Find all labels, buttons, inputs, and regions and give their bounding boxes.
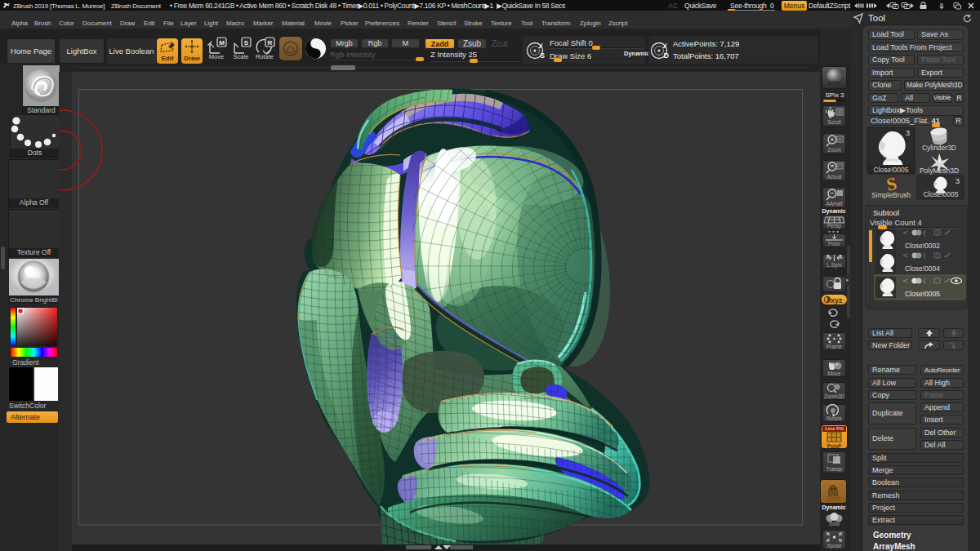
svg-text:D: D (664, 51, 670, 60)
svg-text:Close!0005: Close!0005 (923, 190, 958, 198)
svg-text:R: R (268, 39, 273, 47)
svg-text:Frame: Frame (826, 344, 842, 349)
svg-text:Draw: Draw (184, 55, 200, 62)
svg-text:Cylinder3D: Cylinder3D (922, 144, 956, 152)
svg-text:Close!0002: Close!0002 (905, 242, 940, 250)
svg-text:Close!0004: Close!0004 (905, 264, 940, 273)
svg-text:Ghost: Ghost (826, 495, 841, 501)
svg-text:Xpose: Xpose (826, 543, 842, 549)
svg-text:xyz: xyz (831, 296, 843, 304)
svg-text:BPR: BPR (828, 80, 840, 86)
svg-text:Move: Move (828, 371, 841, 376)
svg-text:Close!0005: Close!0005 (905, 290, 940, 298)
svg-text:Rotate: Rotate (826, 415, 843, 421)
svg-text:Solo: Solo (829, 521, 840, 527)
svg-text:Zoom: Zoom (827, 147, 841, 153)
svg-text:PolyF: PolyF (827, 443, 842, 449)
svg-text:Zoom3D: Zoom3D (824, 393, 844, 399)
svg-text:L.Sym: L.Sym (826, 262, 841, 269)
svg-text:Transp: Transp (826, 466, 843, 473)
svg-text:S: S (540, 51, 545, 60)
svg-text:M: M (219, 39, 225, 47)
svg-text:Edit: Edit (161, 55, 173, 62)
svg-text:Close!0005: Close!0005 (873, 166, 908, 174)
svg-text:S: S (244, 39, 249, 47)
svg-text:AAHalf: AAHalf (826, 201, 842, 207)
svg-text:Floor: Floor (828, 241, 841, 247)
svg-text:SimpleBrush: SimpleBrush (871, 191, 911, 199)
svg-text:3: 3 (956, 177, 960, 185)
svg-text:3: 3 (906, 129, 910, 137)
svg-text:Scroll: Scroll (827, 119, 841, 125)
svg-text:Actual: Actual (826, 174, 842, 180)
svg-text:PolyMesh3D: PolyMesh3D (920, 167, 959, 175)
